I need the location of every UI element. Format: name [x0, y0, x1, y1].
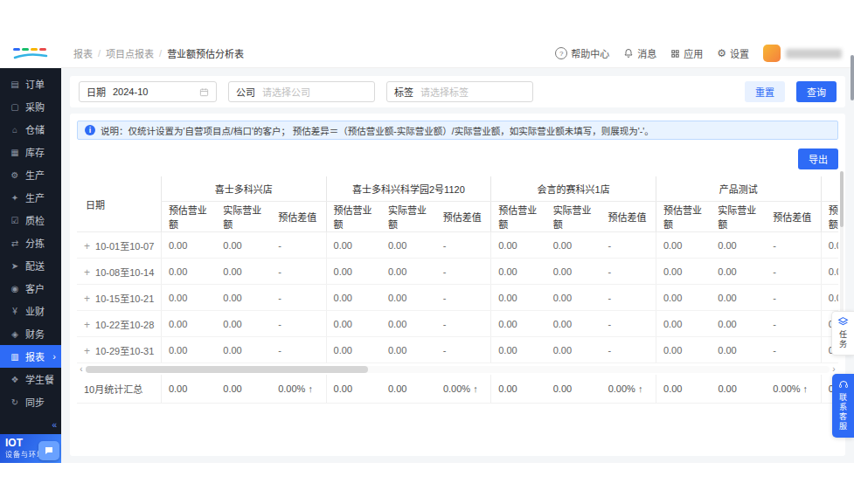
cell-estimate: 0.00	[326, 337, 381, 363]
app-logo[interactable]	[0, 39, 61, 68]
sub-column-header: 实际营业额	[381, 202, 436, 232]
cell-estimate: 0.00	[326, 285, 381, 311]
messages-button[interactable]: 消息	[623, 46, 656, 60]
sidebar-item-orders[interactable]: ▤订单	[0, 72, 61, 95]
cell-estimate: 0.00	[161, 232, 216, 259]
expand-row-icon[interactable]: +	[84, 345, 90, 357]
biz-finance-icon: ¥	[9, 307, 21, 316]
col-header-date: 日期	[77, 176, 161, 232]
table-row: +10-01至10-070.000.00-0.000.00-0.000.00-0…	[77, 232, 838, 259]
sidebar-item-reports[interactable]: ▥报表›	[0, 345, 61, 368]
settings-button[interactable]: ⚙ 设置	[717, 46, 749, 60]
cell-actual: 0.00	[546, 337, 601, 363]
sidebar: ▤订单▢采购⌂仓储▦库存⚙生产✦生产☑质检⇄分拣➤配送◉客户¥业财◈财务▥报表›…	[0, 39, 61, 463]
cell-diff: -	[436, 311, 491, 337]
sub-column-header: 预估差值	[436, 202, 491, 232]
sidebar-item-customers[interactable]: ◉客户	[0, 277, 61, 300]
company-filter[interactable]: 公司 请选择公司	[228, 81, 375, 102]
production-icon: ⚙	[9, 170, 21, 180]
tag-filter[interactable]: 标签 请选择标签	[386, 81, 533, 102]
sidebar-item-inventory[interactable]: ▦库存	[0, 141, 61, 163]
sidebar-item-label: 仓储	[25, 122, 45, 136]
tasks-widget[interactable]: 任务	[831, 311, 854, 356]
group-header: 喜士多科兴店	[161, 176, 326, 202]
row-date-label: 10-08至10-14	[95, 267, 154, 278]
cell-diff: -	[436, 232, 491, 259]
help-center-button[interactable]: ? 帮助中心	[555, 46, 609, 60]
contact-support-widget[interactable]: 联系客服	[832, 374, 854, 438]
sub-column-header: 预估营业额	[161, 202, 216, 232]
cell-actual: 0.00	[381, 311, 436, 337]
window-scrollbar-thumb[interactable]	[851, 55, 854, 100]
sidebar-iot-section[interactable]: IOT 设备与环境	[0, 434, 61, 463]
cell-estimate: 0.00	[161, 285, 216, 311]
header-actions: ? 帮助中心 消息 应用 ⚙ 设置	[555, 45, 842, 62]
summary-table: 10月统计汇总0.000.000.00% ↑0.000.000.00% ↑0.0…	[77, 375, 838, 404]
row-date-label: 10-29至10-31	[95, 346, 154, 356]
user-menu[interactable]	[763, 45, 842, 62]
sidebar-collapse-icon[interactable]: «	[52, 420, 57, 430]
scroll-right-icon[interactable]: ›	[830, 365, 838, 374]
table-vscroll-thumb[interactable]	[840, 171, 844, 227]
notice-text: 说明：仅统计设置为'自营项目点/档口'的客户； 预估差异＝（预估营业额-实际营业…	[101, 124, 654, 137]
sidebar-item-student-meal[interactable]: ❖学生餐	[0, 368, 61, 390]
summary-diff: 0.00% ↑	[766, 375, 821, 404]
sidebar-item-delivery[interactable]: ➤配送	[0, 254, 61, 277]
cell-estimate: 0.00	[326, 311, 381, 337]
sidebar-item-sync[interactable]: ↻同步	[0, 390, 61, 413]
cell-diff: -	[766, 285, 821, 311]
sidebar-item-biz-finance[interactable]: ¥业财	[0, 300, 61, 322]
expand-row-icon[interactable]: +	[84, 266, 90, 279]
cell-diff: -	[436, 259, 491, 285]
cell-diff: -	[271, 259, 326, 285]
scroll-left-icon[interactable]: ‹	[77, 365, 86, 374]
sidebar-item-warehouse[interactable]: ⌂仓储	[0, 118, 61, 141]
delivery-icon: ➤	[9, 261, 21, 271]
finance-icon: ◈	[9, 329, 21, 339]
summary-diff: 0.00% ↑	[271, 375, 326, 404]
cell-actual: 0.00	[711, 285, 766, 311]
expand-row-icon[interactable]: +	[84, 319, 90, 331]
scrollbar-track[interactable]	[86, 366, 830, 373]
breadcrumb-item[interactable]: 报表	[73, 46, 93, 60]
breadcrumb-separator: /	[159, 48, 162, 59]
sidebar-item-quality[interactable]: ☑质检	[0, 209, 61, 231]
reset-button[interactable]: 重置	[745, 81, 785, 102]
cell-estimate: 0.00	[326, 259, 381, 285]
cell-estimate: 0.00	[821, 232, 838, 259]
iot-chat-icon[interactable]	[38, 441, 59, 460]
sub-column-header: 预估差值	[271, 202, 326, 232]
scrollbar-thumb[interactable]	[86, 366, 368, 373]
avatar	[763, 45, 781, 62]
export-button[interactable]: 导出	[798, 148, 838, 169]
cell-actual: 0.00	[546, 232, 601, 259]
search-button[interactable]: 查询	[796, 81, 837, 102]
chevron-right-icon: ›	[52, 351, 56, 362]
expand-row-icon[interactable]: +	[84, 240, 90, 252]
apps-button[interactable]: 应用	[670, 46, 703, 60]
arrow-up-icon: ↑	[473, 383, 478, 394]
sidebar-item-finance[interactable]: ◈财务	[0, 322, 61, 345]
sidebar-item-label: 分拣	[25, 236, 45, 250]
sidebar-item-purchase[interactable]: ▢采购	[0, 95, 61, 118]
cell-diff: -	[436, 285, 491, 311]
cell-estimate: 0.00	[491, 311, 546, 337]
sidebar-item-production[interactable]: ⚙生产	[0, 163, 61, 186]
breadcrumb-separator: /	[98, 48, 101, 59]
company-filter-label: 公司	[236, 85, 255, 99]
calendar-icon	[199, 87, 209, 97]
help-center-label: 帮助中心	[571, 46, 609, 60]
sidebar-item-production-2[interactable]: ✦生产	[0, 186, 61, 209]
breadcrumb-item[interactable]: 项目点报表	[106, 46, 154, 60]
sidebar-item-sorting[interactable]: ⇄分拣	[0, 231, 61, 254]
expand-row-icon[interactable]: +	[84, 293, 90, 305]
cell-diff: -	[436, 337, 491, 363]
cell-estimate: 0.00	[656, 311, 711, 337]
sub-column-header: 预估营业额	[821, 202, 838, 232]
date-filter[interactable]: 日期 2024-10	[79, 81, 217, 102]
sidebar-item-label: 库存	[25, 145, 45, 159]
cell-diff: -	[271, 232, 326, 259]
top-header: 报表/项目点报表/营业额预估分析表 ? 帮助中心 消息 应用 ⚙ 设置	[61, 39, 854, 68]
help-icon: ?	[555, 47, 567, 59]
sidebar-item-label: 财务	[25, 327, 45, 341]
